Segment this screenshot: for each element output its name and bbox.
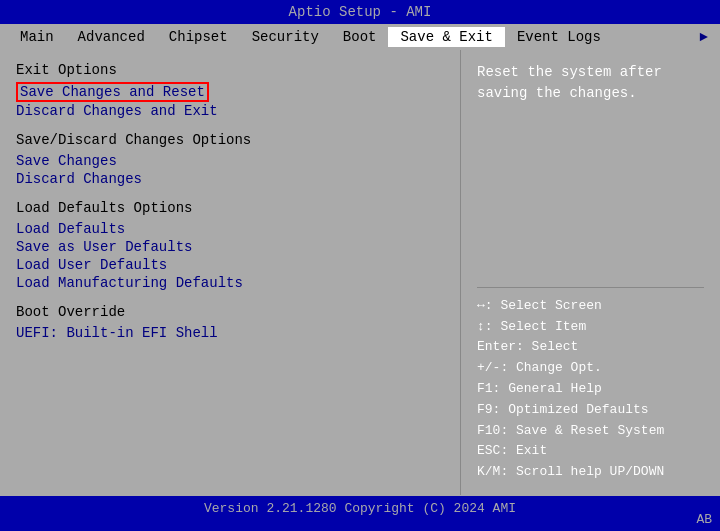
- key-help-line: ESC: Exit: [477, 441, 704, 462]
- footer: Version 2.21.1280 Copyright (C) 2024 AMI…: [0, 495, 720, 521]
- menu-arrow-right: ►: [696, 27, 712, 47]
- key-help-line: K/M: Scroll help UP/DOWN: [477, 462, 704, 483]
- key-help-line: F1: General Help: [477, 379, 704, 400]
- section-header-1: Save/Discard Changes Options: [16, 132, 444, 148]
- menu-option-uefi-built-in-efi-shell[interactable]: UEFI: Built-in EFI Shell: [16, 324, 444, 342]
- help-text: Reset the system after saving the change…: [477, 62, 704, 104]
- menu-option-load-user-defaults[interactable]: Load User Defaults: [16, 256, 444, 274]
- menu-option-load-defaults[interactable]: Load Defaults: [16, 220, 444, 238]
- title-bar: Aptio Setup - AMI: [0, 0, 720, 24]
- footer-text: Version 2.21.1280 Copyright (C) 2024 AMI: [204, 501, 516, 516]
- menu-item-security[interactable]: Security: [240, 27, 331, 47]
- section-header-2: Load Defaults Options: [16, 200, 444, 216]
- main-content: Exit OptionsSave Changes and ResetDiscar…: [0, 50, 720, 495]
- menu-option-discard-changes-and-exit[interactable]: Discard Changes and Exit: [16, 102, 444, 120]
- section-header-0: Exit Options: [16, 62, 444, 78]
- title-text: Aptio Setup - AMI: [289, 4, 432, 20]
- menu-option-selected[interactable]: Save Changes and Reset: [16, 82, 444, 102]
- left-panel: Exit OptionsSave Changes and ResetDiscar…: [0, 50, 460, 495]
- menu-item-event-logs[interactable]: Event Logs: [505, 27, 613, 47]
- menu-option-load-manufacturing-defaults[interactable]: Load Manufacturing Defaults: [16, 274, 444, 292]
- key-help-line: ↕: Select Item: [477, 317, 704, 338]
- right-panel: Reset the system after saving the change…: [460, 50, 720, 495]
- menu-bar: MainAdvancedChipsetSecurityBootSave & Ex…: [0, 24, 720, 50]
- menu-item-chipset[interactable]: Chipset: [157, 27, 240, 47]
- key-help-line: F9: Optimized Defaults: [477, 400, 704, 421]
- menu-item-save--exit[interactable]: Save & Exit: [388, 27, 504, 47]
- key-help-line: +/-: Change Opt.: [477, 358, 704, 379]
- menu-option-save-changes[interactable]: Save Changes: [16, 152, 444, 170]
- menu-option-discard-changes[interactable]: Discard Changes: [16, 170, 444, 188]
- menu-item-boot[interactable]: Boot: [331, 27, 389, 47]
- section-header-3: Boot Override: [16, 304, 444, 320]
- menu-item-advanced[interactable]: Advanced: [66, 27, 157, 47]
- menu-option-save-as-user-defaults[interactable]: Save as User Defaults: [16, 238, 444, 256]
- key-help-line: Enter: Select: [477, 337, 704, 358]
- footer-badge: AB: [696, 512, 712, 527]
- key-help-line: ↔: Select Screen: [477, 296, 704, 317]
- key-help-line: F10: Save & Reset System: [477, 421, 704, 442]
- menu-item-main[interactable]: Main: [8, 27, 66, 47]
- key-help: ↔: Select Screen↕: Select ItemEnter: Sel…: [477, 287, 704, 483]
